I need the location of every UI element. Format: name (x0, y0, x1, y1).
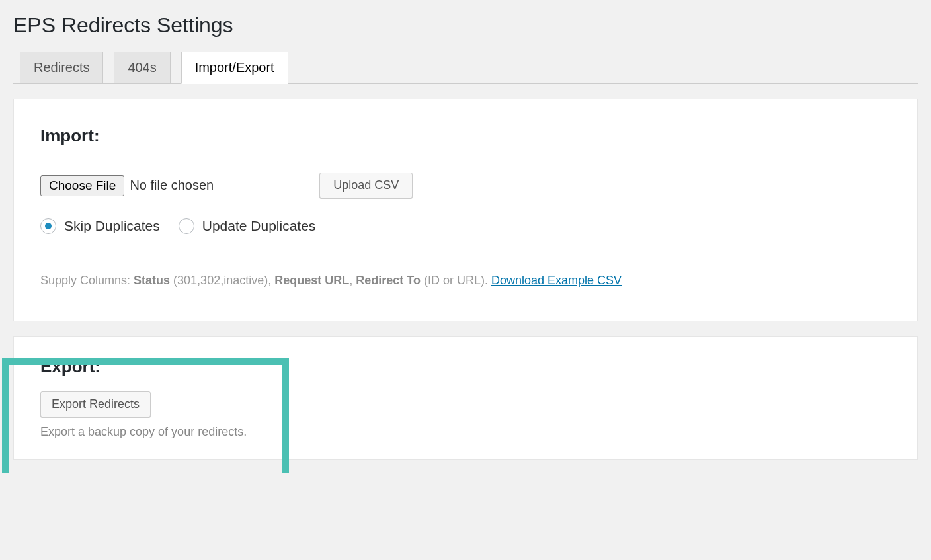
col-request: Request URL (274, 274, 349, 287)
import-panel: Import: Choose File No file chosen Uploa… (13, 99, 918, 321)
col-status-vals: (301,302,inactive), (170, 274, 274, 287)
col-redirect: Redirect To (356, 274, 421, 287)
col-status: Status (134, 274, 170, 287)
tab-404s[interactable]: 404s (114, 52, 170, 83)
duplicates-options: Skip Duplicates Update Duplicates (40, 218, 891, 234)
update-duplicates-radio[interactable]: Update Duplicates (179, 218, 316, 234)
export-heading: Export: (40, 356, 891, 377)
radio-icon (179, 218, 194, 234)
radio-icon (40, 218, 56, 234)
tab-import-export[interactable]: Import/Export (181, 52, 288, 84)
import-help-text: Supply Columns: Status (301,302,inactive… (40, 274, 891, 288)
download-example-link[interactable]: Download Example CSV (491, 274, 622, 287)
tab-wrapper: Redirects 404s Import/Export (13, 51, 918, 84)
skip-duplicates-radio[interactable]: Skip Duplicates (40, 218, 160, 234)
file-upload-row: Choose File No file chosen Upload CSV (40, 173, 891, 198)
export-redirects-button[interactable]: Export Redirects (40, 391, 151, 417)
help-prefix: Supply Columns: (40, 274, 134, 287)
export-panel: Export: Export Redirects Export a backup… (13, 336, 918, 460)
export-description: Export a backup copy of your redirects. (40, 425, 891, 439)
skip-duplicates-label: Skip Duplicates (64, 218, 160, 234)
col-redirect-vals: (ID or URL). (421, 274, 491, 287)
file-chosen-status: No file chosen (130, 178, 214, 193)
tab-redirects[interactable]: Redirects (20, 52, 103, 83)
sep: , (349, 274, 356, 287)
update-duplicates-label: Update Duplicates (202, 218, 316, 234)
choose-file-button[interactable]: Choose File (40, 175, 124, 196)
import-heading: Import: (40, 126, 891, 146)
page-title: EPS Redirects Settings (13, 13, 918, 38)
upload-csv-button[interactable]: Upload CSV (319, 173, 413, 198)
